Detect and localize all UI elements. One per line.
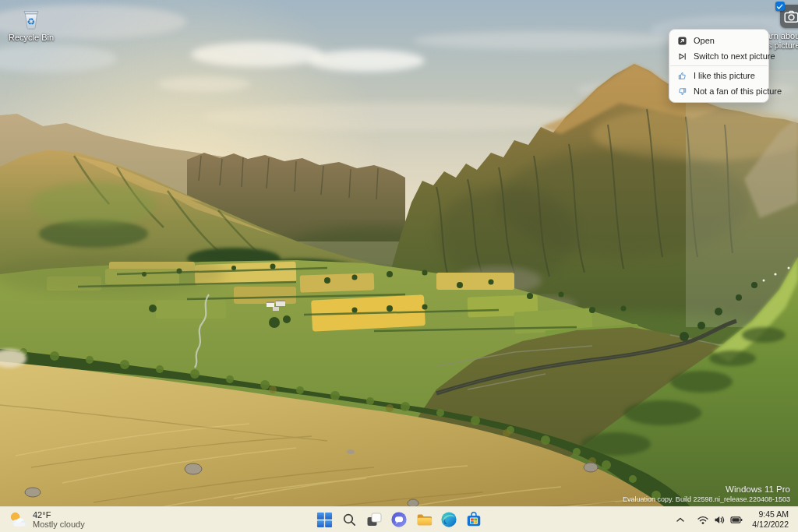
weather-icon — [8, 510, 27, 530]
wifi-icon — [697, 515, 709, 525]
volume-icon — [714, 515, 726, 525]
desktop-icon-recycle-bin[interactable]: ♻ Recycle Bin — [3, 5, 59, 42]
menu-item-open[interactable]: Open — [669, 33, 768, 48]
edge-icon — [440, 511, 457, 528]
recycle-bin-label: Recycle Bin — [9, 33, 54, 42]
clock[interactable]: 9:45 AM 4/12/2022 — [752, 509, 789, 530]
recycle-bin-icon: ♻ — [18, 5, 44, 31]
evaluation-watermark: Windows 11 Pro Evaluation copy. Build 22… — [623, 484, 790, 504]
folder-icon — [415, 511, 433, 528]
menu-separator — [670, 65, 768, 66]
watermark-edition: Windows 11 Pro — [623, 484, 790, 495]
weather-temperature: 42°F — [33, 510, 85, 520]
weather-widget[interactable]: 42°F Mostly cloudy — [0, 507, 93, 532]
menu-item-switch-next-picture[interactable]: Switch to next picture — [669, 48, 768, 64]
svg-text:♻: ♻ — [27, 16, 36, 27]
watermark-build: Evaluation copy. Build 22598.ni_release.… — [623, 495, 790, 504]
open-icon — [676, 35, 687, 46]
menu-item-like-picture[interactable]: I like this picture — [669, 68, 768, 83]
task-view-icon — [366, 512, 382, 527]
weather-condition: Mostly cloudy — [33, 520, 85, 529]
chat-button[interactable] — [388, 509, 410, 530]
tray-time: 9:45 AM — [752, 509, 789, 520]
thumbs-down-icon — [676, 86, 687, 97]
desktop[interactable]: ♻ Recycle Bin Learn about this picture W… — [0, 0, 798, 532]
quick-settings-button[interactable] — [694, 509, 745, 530]
search-button[interactable] — [338, 509, 360, 530]
tray-overflow-button[interactable] — [673, 509, 687, 530]
context-menu: Open Switch to next picture I like this … — [669, 29, 769, 103]
task-view-button[interactable] — [363, 509, 385, 530]
selected-checkbox[interactable] — [775, 2, 785, 11]
windows-logo-icon — [316, 512, 333, 528]
start-button[interactable] — [313, 509, 335, 530]
chevron-up-icon — [676, 516, 685, 523]
file-explorer-button[interactable] — [413, 509, 435, 530]
taskbar: 42°F Mostly cloudy — [0, 506, 798, 532]
thumbs-up-icon — [676, 70, 687, 81]
taskbar-tray: 9:45 AM 4/12/2022 — [673, 507, 798, 532]
taskbar-center — [313, 507, 485, 532]
battery-icon — [730, 515, 743, 525]
store-icon — [465, 511, 482, 528]
tray-date: 4/12/2022 — [752, 520, 789, 530]
chat-icon — [390, 511, 408, 528]
menu-item-dislike-picture[interactable]: Not a fan of this picture — [669, 83, 768, 99]
edge-button[interactable] — [438, 509, 460, 530]
skip-next-icon — [676, 51, 687, 62]
search-icon — [342, 513, 357, 527]
store-button[interactable] — [463, 509, 485, 530]
